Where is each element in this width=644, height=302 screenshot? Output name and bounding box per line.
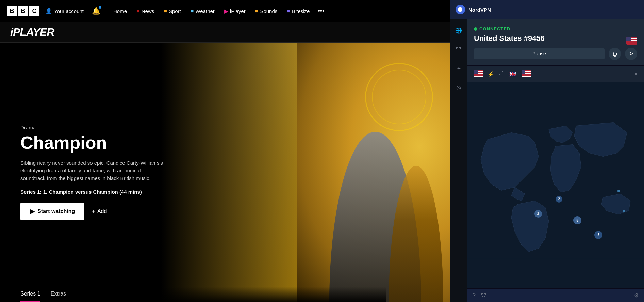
weather-label: Weather — [195, 8, 214, 14]
start-watching-button[interactable]: ▶ Start watching — [20, 203, 84, 220]
nordvpn-map: 3 2 5 5 — [467, 82, 644, 288]
tab-series1[interactable]: Series 1 — [20, 287, 40, 302]
bbc-c: C — [29, 6, 39, 16]
us-flag-canton — [626, 37, 631, 41]
nordvpn-sidebar-target[interactable]: ◎ — [453, 82, 464, 93]
nordvpn-layout: 🌐 🛡 ✦ ◎ CONNECTED United States #9456 — [450, 19, 644, 302]
watch-label: Start watching — [37, 208, 75, 214]
add-button[interactable]: + Add — [91, 208, 107, 216]
nav-link-sport[interactable]: ■ Sport — [159, 0, 186, 22]
iplayer-logo-i: i — [10, 26, 13, 38]
home-label: Home — [113, 8, 127, 14]
footer-help-icon[interactable]: ? — [473, 292, 476, 299]
iplayer-logo-player: PLAYER — [13, 26, 54, 38]
sport-label: Sport — [169, 8, 181, 14]
more-button[interactable]: ••• — [314, 7, 328, 15]
quick-connect-shield[interactable]: 🛡 — [498, 71, 504, 77]
nordvpn-logo-icon — [456, 5, 465, 14]
iplayer-logo[interactable]: iPLAYER — [10, 26, 54, 38]
notification-dot — [99, 6, 101, 9]
sounds-icon: ■ — [255, 8, 259, 14]
nav-link-iplayer[interactable]: ▶ iPlayer — [219, 0, 250, 22]
bbc-b1: B — [7, 6, 17, 16]
nordvpn-title: NordVPN — [468, 7, 491, 13]
map-dot-small1 — [617, 190, 620, 192]
pause-button[interactable]: Pause — [474, 48, 605, 59]
map-dot-small2 — [623, 210, 625, 212]
map-dot-5b: 5 — [594, 231, 602, 239]
bbc-b2: B — [18, 6, 28, 16]
nav-link-bitesize[interactable]: ■ Bitesize — [282, 0, 314, 22]
nav-link-news[interactable]: ■ News — [132, 0, 159, 22]
add-icon: + — [91, 208, 95, 216]
play-icon: ▶ — [30, 208, 35, 215]
nav-link-weather[interactable]: ■ Weather — [186, 0, 219, 22]
footer-shield-icon[interactable]: 🛡 — [481, 292, 486, 299]
quick-connect-bar: ⚡ 🛡 🇬🇧 ▾ — [467, 66, 644, 82]
footer-settings-icon[interactable]: ⚙ — [634, 292, 639, 299]
map-svg — [467, 82, 644, 288]
nordvpn-footer: ? 🛡 ⚙ — [467, 288, 644, 302]
map-dot-2: 2 — [556, 196, 562, 203]
weather-icon: ■ — [191, 8, 194, 14]
bitesize-icon: ■ — [287, 8, 290, 14]
nordvpn-main: CONNECTED United States #9456 Pause ⏻ ↻ — [467, 19, 644, 302]
nav-link-sounds[interactable]: ■ Sounds — [250, 0, 282, 22]
hero-genre: Drama — [20, 125, 163, 130]
nordvpn-sidebar-shield[interactable]: 🛡 — [453, 44, 464, 55]
account-button[interactable]: 👤 Your account — [46, 8, 84, 14]
iplayer-icon: ▶ — [224, 8, 228, 14]
qc-flag-us2[interactable] — [522, 70, 531, 77]
hero-buttons: ▶ Start watching + Add — [20, 203, 163, 220]
connected-badge: CONNECTED — [474, 26, 637, 31]
us-flag — [626, 37, 637, 45]
qc-flag-us1[interactable] — [474, 70, 483, 77]
map-dot-3: 3 — [534, 210, 542, 218]
notifications-bell[interactable]: 🔔 — [92, 7, 100, 15]
server-controls: Pause ⏻ ↻ — [474, 48, 637, 60]
bbc-logo[interactable]: B B C — [7, 6, 39, 16]
power-button[interactable]: ⏻ — [609, 48, 621, 60]
expand-chevron[interactable]: ▾ — [635, 71, 637, 77]
hero-content: Drama Champion Sibling rivalry never sou… — [0, 43, 184, 302]
bitesize-label: Bitesize — [292, 8, 310, 14]
refresh-button[interactable]: ↻ — [625, 48, 637, 60]
hero-episode: Series 1: 1. Champion versus Champion (4… — [20, 189, 163, 195]
nordvpn-overlay: NordVPN 🌐 🛡 ✦ ◎ CONNECTED United States … — [450, 0, 644, 302]
nordvpn-sidebar-mesh[interactable]: ✦ — [453, 63, 464, 74]
qc-flag-us1-canton — [474, 70, 478, 74]
hero-title: Champion — [20, 133, 163, 153]
nordvpn-sidebar-globe[interactable]: 🌐 — [453, 25, 464, 36]
add-label: Add — [97, 208, 107, 214]
nordvpn-status-panel: CONNECTED United States #9456 Pause ⏻ ↻ — [467, 19, 644, 66]
series-tabs: Series 1 Extras — [0, 287, 386, 302]
account-label: Your account — [54, 8, 84, 14]
iplayer-label: iPlayer — [230, 8, 246, 14]
connected-status: CONNECTED — [479, 26, 510, 31]
sport-icon: ■ — [164, 8, 167, 14]
nordvpn-sidebar: 🌐 🛡 ✦ ◎ — [450, 19, 467, 302]
nordvpn-header: NordVPN — [450, 0, 644, 19]
quick-connect-bolt[interactable]: ⚡ — [488, 71, 494, 77]
connected-dot — [474, 27, 477, 31]
account-icon: 👤 — [46, 8, 52, 14]
qc-flag-us2-canton — [522, 70, 525, 74]
sounds-label: Sounds — [260, 8, 277, 14]
hero-description: Sibling rivalry never sounded so epic. C… — [20, 159, 163, 182]
tab-extras[interactable]: Extras — [51, 287, 66, 302]
news-label: News — [142, 8, 154, 14]
news-icon: ■ — [136, 8, 140, 14]
nav-link-home[interactable]: Home — [109, 0, 132, 22]
server-name: United States #9456 — [474, 34, 545, 43]
qc-flag-uk[interactable]: 🇬🇧 — [508, 70, 517, 77]
